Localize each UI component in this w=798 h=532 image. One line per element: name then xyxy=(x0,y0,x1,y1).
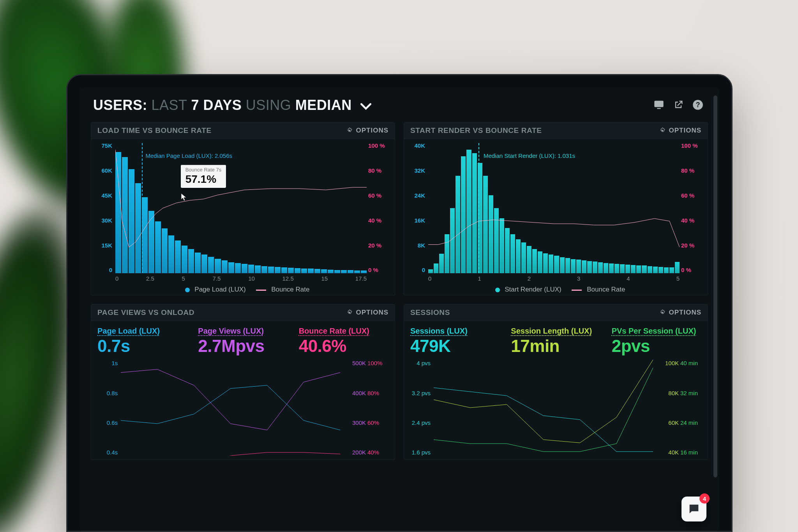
options-label: OPTIONS xyxy=(669,127,701,134)
x-axis: 02.557.51012.51517.5 xyxy=(115,275,367,282)
chart-sessions: 4 pvs3.2 pvs2.4 pvs1.6 pvs 100K80K60K40K… xyxy=(409,358,703,460)
metric-label[interactable]: Sessions (LUX) xyxy=(410,327,500,336)
median-label: Median Page Load (LUX): 2.056s xyxy=(145,152,232,159)
chart-tooltip: Bounce Rate 7s 57.1% xyxy=(181,165,226,187)
y-axis-mid: 500K400K300K200K xyxy=(343,360,366,456)
y-axis-left: 75K60K45K30K15K0 xyxy=(94,142,112,273)
chat-badge: 4 xyxy=(699,493,710,504)
metric-value: 479K xyxy=(410,336,500,356)
y-axis-right: 100 %80 %60 %40 %20 %0 % xyxy=(681,142,704,273)
options-label: OPTIONS xyxy=(669,309,701,316)
legend-swatch xyxy=(256,290,266,291)
cursor-icon xyxy=(181,193,187,201)
metric-label[interactable]: Bounce Rate (LUX) xyxy=(299,327,388,336)
gear-icon xyxy=(346,309,353,316)
metric-value: 0.7s xyxy=(97,336,187,356)
panel-title: PAGE VIEWS VS ONLOAD xyxy=(97,308,194,317)
monitor-icon[interactable] xyxy=(653,99,664,112)
legend-swatch xyxy=(185,288,190,292)
panels-grid: LOAD TIME VS BOUNCE RATE OPTIONS 75K60K4… xyxy=(80,119,719,460)
plot-area: Median Start Render (LUX): 1.031s xyxy=(428,143,680,273)
metric-label[interactable]: Session Length (LUX) xyxy=(511,327,600,336)
title-aggregate: MEDIAN xyxy=(295,97,352,113)
svg-rect-1 xyxy=(657,108,660,109)
y-axis-right: 100%80%60%40% xyxy=(367,360,390,456)
y-axis-right: 40 min32 min24 min16 min xyxy=(680,360,703,456)
metric-value: 40.6% xyxy=(299,336,388,356)
title-prefix: USERS: xyxy=(93,97,147,113)
chat-icon xyxy=(687,502,701,516)
panel-sessions: SESSIONS OPTIONS Sessions (LUX) 479K Ses… xyxy=(404,304,708,460)
metric-label[interactable]: PVs Per Session (LUX) xyxy=(612,327,701,336)
legend-bar-label: Page Load (LUX) xyxy=(194,286,245,293)
title-seg: USING xyxy=(246,97,291,113)
plot-area xyxy=(121,360,340,456)
y-axis-left: 1s0.8s0.6s0.4s xyxy=(96,360,118,456)
title-range: 7 DAYS xyxy=(191,97,242,113)
metrics-row: Page Load (LUX) 0.7s Page Views (LUX) 2.… xyxy=(91,321,395,356)
tooltip-value: 57.1% xyxy=(185,173,222,186)
legend-line-label: Bounce Rate xyxy=(271,286,309,293)
svg-rect-0 xyxy=(654,101,663,107)
plot-area xyxy=(434,360,653,456)
chart-load-vs-bounce: 75K60K45K30K15K0 100 %80 %60 %40 %20 %0 … xyxy=(91,139,395,295)
help-icon[interactable]: ? xyxy=(692,99,703,112)
multi-line xyxy=(121,360,340,456)
y-axis-mid: 100K80K60K40K xyxy=(655,360,679,456)
metrics-row: Sessions (LUX) 479K Session Length (LUX)… xyxy=(404,321,708,356)
chevron-down-icon[interactable] xyxy=(360,98,371,114)
panel-load-vs-bounce: LOAD TIME VS BOUNCE RATE OPTIONS 75K60K4… xyxy=(91,122,395,295)
options-button[interactable]: OPTIONS xyxy=(659,127,701,134)
metric-value: 17min xyxy=(511,336,600,356)
tooltip-key: Bounce Rate 7s xyxy=(185,167,222,173)
options-label: OPTIONS xyxy=(356,127,388,134)
panel-startrender-vs-bounce: START RENDER VS BOUNCE RATE OPTIONS 40K3… xyxy=(404,122,708,295)
options-label: OPTIONS xyxy=(356,309,388,316)
dashboard-header: USERS: LAST 7 DAYS USING MEDIAN ? xyxy=(80,88,719,119)
share-icon[interactable] xyxy=(673,99,684,112)
chart-legend: Start Render (LUX) Bounce Rate xyxy=(404,286,708,293)
dashboard-screen: USERS: LAST 7 DAYS USING MEDIAN ? LOAD T… xyxy=(80,88,719,531)
bounce-line xyxy=(428,143,680,273)
gear-icon xyxy=(346,127,353,134)
gear-icon xyxy=(659,309,666,316)
multi-line xyxy=(434,360,653,456)
filter-title[interactable]: USERS: LAST 7 DAYS USING MEDIAN xyxy=(93,97,371,114)
legend-bar-label: Start Render (LUX) xyxy=(505,286,561,293)
scrollbar[interactable] xyxy=(713,95,717,477)
metric-value: 2pvs xyxy=(612,336,701,356)
panel-title: SESSIONS xyxy=(410,308,450,317)
y-axis-right: 100 %80 %60 %40 %20 %0 % xyxy=(368,142,392,273)
bounce-line xyxy=(115,143,367,273)
x-axis: 012345 xyxy=(428,275,680,282)
median-line xyxy=(478,143,479,273)
title-seg: LAST xyxy=(152,97,187,113)
svg-text:?: ? xyxy=(696,101,700,109)
chart-pageviews-onload: 1s0.8s0.6s0.4s 500K400K300K200K 100%80%6… xyxy=(96,358,390,460)
legend-line-label: Bounce Rate xyxy=(587,286,625,293)
legend-swatch xyxy=(572,290,582,291)
median-line xyxy=(142,143,143,273)
metric-value: 2.7Mpvs xyxy=(198,336,288,356)
options-button[interactable]: OPTIONS xyxy=(346,309,388,316)
y-axis-left: 4 pvs3.2 pvs2.4 pvs1.6 pvs xyxy=(409,360,431,456)
median-label: Median Start Render (LUX): 1.031s xyxy=(484,152,575,159)
panel-title: START RENDER VS BOUNCE RATE xyxy=(410,126,542,135)
metric-label[interactable]: Page Load (LUX) xyxy=(97,327,187,336)
legend-swatch xyxy=(495,288,500,292)
plot-area: Median Page Load (LUX): 2.056s Bounce Ra… xyxy=(115,143,367,273)
options-button[interactable]: OPTIONS xyxy=(346,127,388,134)
chart-startrender-vs-bounce: 40K32K24K16K8K0 100 %80 %60 %40 %20 %0 %… xyxy=(404,139,708,295)
gear-icon xyxy=(659,127,666,134)
y-axis-left: 40K32K24K16K8K0 xyxy=(407,142,425,273)
options-button[interactable]: OPTIONS xyxy=(659,309,701,316)
panel-pageviews-vs-onload: PAGE VIEWS VS ONLOAD OPTIONS Page Load (… xyxy=(91,304,395,460)
metric-label[interactable]: Page Views (LUX) xyxy=(198,327,288,336)
header-actions: ? xyxy=(653,99,703,112)
chart-legend: Page Load (LUX) Bounce Rate xyxy=(91,286,395,293)
panel-title: LOAD TIME VS BOUNCE RATE xyxy=(97,126,212,135)
laptop-frame: USERS: LAST 7 DAYS USING MEDIAN ? LOAD T… xyxy=(66,74,733,532)
chat-widget[interactable]: 4 xyxy=(681,497,706,521)
